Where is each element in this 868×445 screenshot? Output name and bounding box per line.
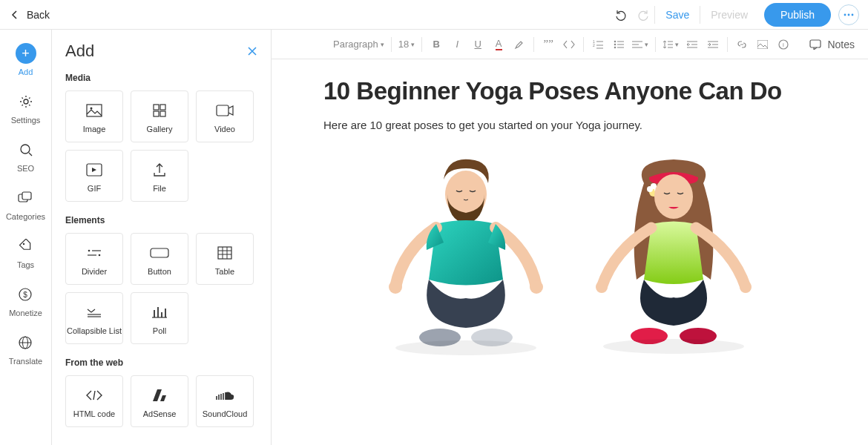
add-button-label: Button — [148, 267, 171, 276]
rail-categories[interactable]: Categories — [6, 188, 45, 221]
rail-settings[interactable]: Settings — [11, 91, 41, 125]
image-tool-button[interactable] — [753, 34, 772, 55]
quote-icon: ”” — [544, 38, 553, 50]
outdent-icon — [687, 40, 697, 49]
add-video[interactable]: Video — [196, 90, 254, 142]
rail-tags[interactable]: Tags — [16, 236, 36, 269]
section-web: From the web — [65, 357, 257, 368]
rail-seo-label: SEO — [17, 164, 34, 173]
add-panel: Add Media Image Gallery Video GIF — [52, 30, 272, 445]
video-icon — [215, 102, 234, 119]
save-button[interactable]: Save — [665, 9, 689, 21]
yoga-woman-illustration — [581, 154, 766, 361]
add-divider[interactable]: Divider — [65, 233, 123, 285]
add-gallery[interactable]: Gallery — [131, 90, 188, 142]
rail-add[interactable]: + Add — [16, 43, 36, 76]
block-type-select[interactable]: Paragraph▾ — [331, 34, 387, 55]
svg-text:i: i — [783, 42, 784, 48]
rail-translate[interactable]: Translate — [9, 332, 42, 366]
notes-label: Notes — [827, 39, 855, 50]
svg-rect-16 — [154, 105, 159, 110]
svg-point-72 — [395, 340, 536, 355]
add-gif[interactable]: GIF — [65, 150, 123, 202]
align-button[interactable]: ▾ — [630, 34, 651, 55]
bullet-list-icon — [614, 40, 624, 49]
top-bar: Back Save Preview Publish — [0, 0, 868, 30]
chevron-down-icon: ▾ — [675, 41, 679, 48]
text-color-icon: A — [496, 38, 502, 50]
rail-monetize[interactable]: $ Monetize — [9, 284, 42, 317]
svg-point-0 — [844, 13, 846, 16]
post-intro[interactable]: Here are 10 great poses to get you start… — [323, 119, 816, 131]
section-elements: Elements — [65, 215, 257, 225]
numbered-list-button[interactable]: 12 — [588, 34, 608, 55]
indent-button[interactable] — [703, 34, 723, 55]
underline-icon: U — [474, 39, 481, 50]
help-button[interactable]: i — [774, 34, 793, 55]
svg-line-5 — [29, 153, 32, 156]
add-html-label: HTML code — [73, 409, 115, 418]
text-color-button[interactable]: A — [489, 34, 508, 55]
code-button[interactable] — [559, 34, 579, 55]
undo-button[interactable] — [610, 4, 632, 26]
svg-point-49 — [614, 46, 617, 48]
underline-button[interactable]: U — [468, 34, 487, 55]
notes-icon — [809, 39, 821, 50]
add-collapsible-label: Collapsible List — [67, 326, 122, 335]
add-button[interactable]: Button — [131, 233, 188, 285]
redo-icon — [637, 8, 650, 22]
align-icon — [632, 40, 642, 49]
collapsible-icon — [85, 304, 104, 320]
add-soundcloud-label: SoundCloud — [203, 409, 248, 418]
add-divider-label: Divider — [82, 267, 107, 276]
svg-rect-66 — [810, 40, 821, 47]
post-content[interactable]: 10 Beginner Yoga Poses Anyone Can Do Her… — [272, 59, 868, 445]
line-height-button[interactable]: ▾ — [660, 34, 681, 55]
back-button[interactable]: Back — [9, 9, 50, 21]
soundcloud-icon — [215, 387, 234, 403]
preview-button[interactable]: Preview — [711, 9, 748, 21]
add-soundcloud[interactable]: SoundCloud — [196, 375, 254, 427]
rail-settings-label: Settings — [11, 116, 41, 125]
gear-icon — [16, 91, 36, 112]
rail-seo[interactable]: SEO — [16, 139, 36, 173]
add-poll[interactable]: Poll — [131, 292, 188, 344]
publish-button[interactable]: Publish — [764, 3, 831, 27]
editor-area: Paragraph▾ 18▾ B I U A ”” 12 ▾ ▾ i — [272, 30, 868, 445]
help-icon: i — [778, 39, 789, 50]
svg-rect-14 — [87, 105, 102, 116]
font-size-select[interactable]: 18▾ — [396, 34, 417, 55]
svg-rect-19 — [160, 111, 165, 116]
highlight-button[interactable] — [510, 34, 529, 55]
chevron-down-icon: ▾ — [411, 41, 415, 48]
more-button[interactable] — [838, 4, 859, 25]
quote-button[interactable]: ”” — [539, 34, 558, 55]
close-icon — [247, 46, 257, 56]
italic-button[interactable]: I — [447, 34, 467, 55]
svg-rect-17 — [160, 105, 165, 110]
table-icon — [215, 245, 234, 261]
add-html[interactable]: HTML code — [65, 375, 123, 427]
poll-icon — [150, 304, 169, 320]
add-collapsible[interactable]: Collapsible List — [65, 292, 123, 344]
post-title[interactable]: 10 Beginner Yoga Poses Anyone Can Do — [323, 77, 816, 105]
outdent-button[interactable] — [683, 34, 702, 55]
close-panel-button[interactable] — [247, 46, 257, 56]
bullet-list-button[interactable] — [609, 34, 628, 55]
add-image[interactable]: Image — [65, 90, 123, 142]
add-file[interactable]: File — [131, 150, 188, 202]
svg-point-79 — [740, 281, 752, 293]
gif-icon — [85, 162, 104, 178]
svg-rect-20 — [217, 105, 228, 116]
link-button[interactable] — [732, 34, 752, 55]
svg-point-47 — [614, 43, 617, 45]
add-adsense[interactable]: AdSense — [131, 375, 188, 427]
svg-point-2 — [852, 13, 854, 16]
redo-button[interactable] — [632, 4, 654, 26]
svg-rect-63 — [757, 40, 768, 49]
notes-button[interactable]: Notes — [809, 39, 862, 50]
add-table[interactable]: Table — [196, 233, 254, 285]
add-poll-label: Poll — [153, 326, 166, 335]
rail-categories-label: Categories — [6, 212, 45, 221]
bold-button[interactable]: B — [427, 34, 446, 55]
